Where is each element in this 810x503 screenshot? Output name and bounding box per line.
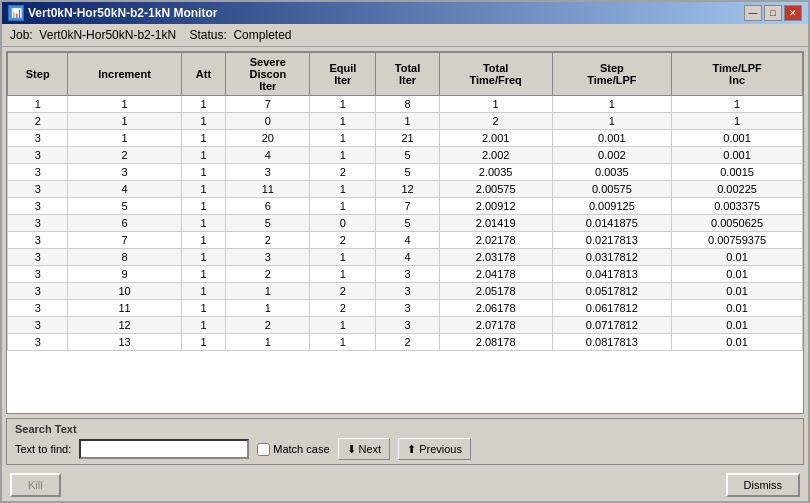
main-window: 📊 Vert0kN-Hor50kN-b2-1kN Monitor — □ ✕ J… [0, 0, 810, 503]
col-step-time-lpf: StepTime/LPF [552, 53, 672, 96]
table-cell: 0.01 [672, 249, 803, 266]
table-cell: 4 [376, 249, 439, 266]
table-cell: 3 [8, 198, 68, 215]
table-cell: 1 [226, 300, 310, 317]
next-button[interactable]: ⬇ Next [338, 438, 391, 460]
title-bar: 📊 Vert0kN-Hor50kN-b2-1kN Monitor — □ ✕ [2, 2, 808, 24]
col-total-time-freq: TotalTime/Freq [439, 53, 552, 96]
dismiss-button[interactable]: Dismiss [726, 473, 801, 497]
table-cell: 1 [310, 130, 376, 147]
table-row: 31212132.071780.07178120.01 [8, 317, 803, 334]
table-cell: 2.01419 [439, 215, 552, 232]
table-cell: 5 [376, 147, 439, 164]
table-cell: 8 [68, 249, 181, 266]
search-input[interactable] [79, 439, 249, 459]
table-cell: 3 [8, 334, 68, 351]
table-cell: 3 [226, 164, 310, 181]
table-row: 3615052.014190.01418750.0050625 [8, 215, 803, 232]
previous-button[interactable]: ⬆ Previous [398, 438, 471, 460]
bottom-bar: Kill Dismiss [2, 469, 808, 501]
table-cell: 1 [181, 164, 226, 181]
table-row: 31011232.051780.05178120.01 [8, 283, 803, 300]
kill-button[interactable]: Kill [10, 473, 61, 497]
table-cell: 5 [68, 198, 181, 215]
table-cell: 2 [226, 266, 310, 283]
table-cell: 0.0050625 [672, 215, 803, 232]
table-cell: 0.0217813 [552, 232, 672, 249]
table-cell: 1 [181, 249, 226, 266]
table-cell: 1 [310, 147, 376, 164]
table-cell: 2.0035 [439, 164, 552, 181]
table-cell: 11 [226, 181, 310, 198]
window-icon: 📊 [8, 5, 24, 21]
table-row: 3912132.041780.04178130.01 [8, 266, 803, 283]
table-cell: 0.0035 [552, 164, 672, 181]
table-cell: 4 [68, 181, 181, 198]
table-row: 341111122.005750.005750.00225 [8, 181, 803, 198]
close-button[interactable]: ✕ [784, 5, 802, 21]
table-cell: 2.00912 [439, 198, 552, 215]
table-cell: 0.0817813 [552, 334, 672, 351]
table-cell: 1 [181, 130, 226, 147]
table-cell: 0.003375 [672, 198, 803, 215]
table-cell: 3 [8, 249, 68, 266]
table-cell: 2 [226, 232, 310, 249]
table-cell: 1 [181, 300, 226, 317]
next-label: Next [359, 443, 382, 455]
table-cell: 2.05178 [439, 283, 552, 300]
table-cell: 1 [181, 266, 226, 283]
table-cell: 0.0015 [672, 164, 803, 181]
table-cell: 3 [8, 130, 68, 147]
maximize-button[interactable]: □ [764, 5, 782, 21]
table-cell: 3 [8, 215, 68, 232]
table-cell: 1 [376, 113, 439, 130]
table-cell: 3 [376, 283, 439, 300]
table-cell: 6 [68, 215, 181, 232]
table-cell: 2 [310, 300, 376, 317]
table-cell: 2.002 [439, 147, 552, 164]
table-cell: 0.00575 [552, 181, 672, 198]
table-cell: 1 [68, 113, 181, 130]
table-cell: 0 [310, 215, 376, 232]
col-total-iter: TotalIter [376, 53, 439, 96]
match-case-text: Match case [273, 443, 329, 455]
match-case-label[interactable]: Match case [257, 443, 329, 456]
table-cell: 1 [310, 317, 376, 334]
table-cell: 1 [310, 198, 376, 215]
col-step: Step [8, 53, 68, 96]
table-container[interactable]: Step Increment Att SevereDisconIter Equi… [6, 51, 804, 414]
table-cell: 0.001 [672, 147, 803, 164]
table-cell: 1 [672, 96, 803, 113]
table-cell: 1 [181, 181, 226, 198]
table-cell: 3 [376, 300, 439, 317]
title-bar-left: 📊 Vert0kN-Hor50kN-b2-1kN Monitor [8, 5, 217, 21]
window-title: Vert0kN-Hor50kN-b2-1kN Monitor [28, 6, 217, 20]
table-cell: 2.04178 [439, 266, 552, 283]
table-cell: 5 [376, 164, 439, 181]
match-case-checkbox[interactable] [257, 443, 270, 456]
data-table: Step Increment Att SevereDisconIter Equi… [7, 52, 803, 351]
table-cell: 1 [181, 215, 226, 232]
table-cell: 0.0317812 [552, 249, 672, 266]
table-cell: 12 [376, 181, 439, 198]
table-cell: 2 [376, 334, 439, 351]
table-cell: 2 [439, 113, 552, 130]
title-buttons: — □ ✕ [744, 5, 802, 21]
arrow-down-icon: ⬇ [347, 443, 356, 456]
table-cell: 3 [8, 283, 68, 300]
table-cell: 1 [181, 147, 226, 164]
table-cell: 0.00225 [672, 181, 803, 198]
table-cell: 2.03178 [439, 249, 552, 266]
table-cell: 7 [376, 198, 439, 215]
table-cell: 0.01 [672, 266, 803, 283]
table-cell: 1 [310, 96, 376, 113]
table-cell: 1 [181, 198, 226, 215]
table-cell: 3 [8, 232, 68, 249]
find-label: Text to find: [15, 443, 71, 455]
table-cell: 6 [226, 198, 310, 215]
table-cell: 5 [226, 215, 310, 232]
table-cell: 2 [310, 232, 376, 249]
table-cell: 1 [310, 181, 376, 198]
table-header-row: Step Increment Att SevereDisconIter Equi… [8, 53, 803, 96]
minimize-button[interactable]: — [744, 5, 762, 21]
